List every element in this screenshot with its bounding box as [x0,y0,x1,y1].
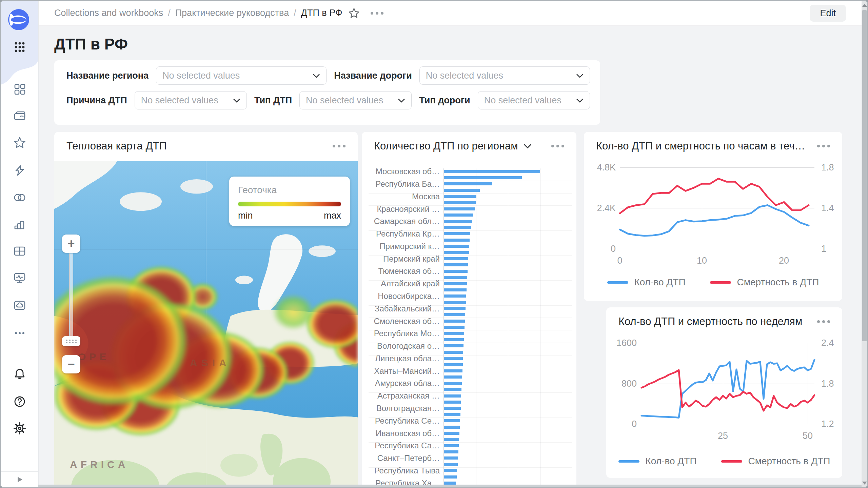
region-bar[interactable] [444,357,463,360]
region-bar[interactable] [444,413,460,416]
filter-select-region[interactable]: No selected values [156,66,327,85]
region-bar[interactable] [444,182,492,185]
sidebar-more-icon[interactable] [13,327,26,340]
region-bar[interactable] [444,388,461,391]
region-bar[interactable] [444,438,459,441]
region-bar[interactable] [444,426,460,429]
region-bar[interactable] [444,220,472,223]
region-bar[interactable] [444,263,468,266]
region-bar[interactable] [444,226,471,229]
workbook-menu-icon[interactable] [369,10,386,17]
region-bar[interactable] [444,407,461,410]
region-bar[interactable] [444,338,464,341]
region-bar[interactable] [444,363,463,366]
region-bar[interactable] [444,432,459,435]
region-bar[interactable] [444,369,462,372]
region-bar[interactable] [444,401,461,404]
region-bar[interactable] [444,245,469,248]
weeks-chart-menu-icon[interactable] [815,318,832,325]
gear-icon[interactable] [13,422,26,435]
region-bar[interactable] [444,239,470,242]
region-bar[interactable] [444,320,465,323]
horizontal-scrollbar[interactable] [38,485,862,487]
region-bar[interactable] [444,456,458,460]
table-icon[interactable] [13,245,26,258]
region-bar[interactable] [444,469,457,472]
region-bar[interactable] [444,450,458,453]
region-bar[interactable] [444,351,463,354]
datalens-logo[interactable] [8,9,29,30]
region-bar[interactable] [444,270,468,273]
region-bar[interactable] [444,444,459,447]
hours-chart-lines[interactable] [620,167,814,249]
region-bar[interactable] [444,214,473,217]
region-bar[interactable] [444,482,456,485]
legend-item-mortality[interactable]: Смертность в ДТП [710,277,819,288]
legend-item-dtp[interactable]: Кол-во ДТП [618,456,697,467]
chart-switch-chevron-icon[interactable] [524,144,532,148]
edit-button[interactable]: Edit [810,5,846,22]
breadcrumb-collections[interactable]: Collections and workbooks [54,8,163,18]
filter-select-cause[interactable]: No selected values [135,91,247,109]
vertical-scroll-thumb[interactable] [862,10,867,341]
region-bar[interactable] [444,394,461,398]
region-bar[interactable] [444,251,469,254]
legend-item-dtp[interactable]: Кол-во ДТП [607,277,686,288]
filter-select-road[interactable]: No selected values [419,66,590,85]
hours-chart-menu-icon[interactable] [815,143,832,149]
folder-cloud-icon[interactable] [13,299,26,312]
regions-bar-menu-icon[interactable] [549,143,566,149]
bar-row-label: Московская об… [369,167,440,176]
tiles-icon[interactable] [13,83,26,96]
favorite-star-icon[interactable] [348,7,360,19]
scroll-up-arrow[interactable] [862,1,867,9]
legend-item-mortality[interactable]: Смертность в ДТП [721,456,830,467]
region-bar[interactable] [444,257,468,260]
heatmap-map[interactable]: OPE ASIA AFRICA Геоточка min max + − [54,161,358,485]
circles-pair-icon[interactable] [13,191,26,204]
bar-track [443,424,572,430]
region-bar[interactable] [444,463,458,466]
region-bar[interactable] [444,189,480,192]
zoom-in-button[interactable]: + [62,235,80,253]
region-bar[interactable] [444,375,462,379]
region-bar[interactable] [444,207,475,210]
help-icon[interactable] [13,395,26,408]
breadcrumb-guides[interactable]: Практические руководства [175,8,289,18]
region-bar[interactable] [444,344,463,347]
region-bar[interactable] [444,475,457,479]
region-bar[interactable] [444,195,476,198]
apps-grid-icon[interactable] [13,41,26,54]
star-icon[interactable] [13,136,26,149]
sidebar-expand[interactable] [1,471,38,487]
region-bar[interactable] [444,313,465,316]
region-bar[interactable] [444,276,467,279]
filter-select-dtp-type[interactable]: No selected values [299,91,412,109]
bell-icon[interactable] [13,368,26,381]
monitor-pulse-icon[interactable] [13,272,26,285]
region-bar[interactable] [444,201,476,204]
filter-select-road-type[interactable]: No selected values [478,91,590,109]
region-bar[interactable] [444,419,460,422]
lightning-icon[interactable] [13,164,26,177]
bar-chart-icon[interactable] [13,218,26,231]
zoom-out-button[interactable]: − [62,355,80,373]
scroll-down-arrow[interactable] [862,479,867,487]
zoom-slider-handle[interactable] [62,336,80,346]
region-bar[interactable] [444,382,462,385]
region-bar[interactable] [444,301,466,304]
heatmap-menu-icon[interactable] [331,143,348,149]
region-bar[interactable] [444,294,466,298]
weeks-chart-lines[interactable] [642,343,814,424]
folders-icon[interactable] [13,110,26,123]
zoom-slider-track[interactable] [69,253,73,337]
region-bar[interactable] [444,332,464,335]
region-bar[interactable] [444,288,467,291]
vertical-scrollbar[interactable] [862,1,867,487]
region-bar[interactable] [444,326,465,329]
region-bar[interactable] [444,282,467,285]
region-bar[interactable] [444,232,470,235]
region-bar[interactable] [444,176,522,179]
region-bar[interactable] [444,170,540,173]
region-bar[interactable] [444,307,466,310]
